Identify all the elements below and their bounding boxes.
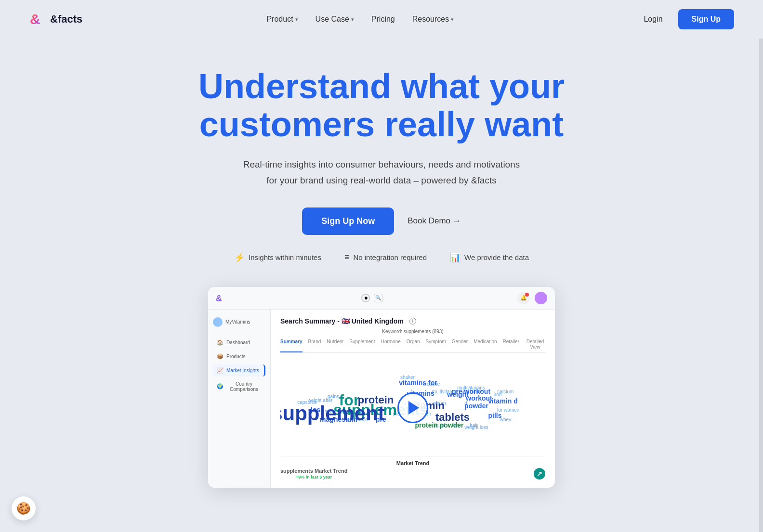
integration-icon: ≡: [344, 252, 350, 262]
notification-icon[interactable]: 🔔: [517, 292, 530, 304]
notification-badge: [525, 293, 529, 297]
word-cloud-word: powder: [464, 402, 488, 410]
word-cloud: weight aftermultivitaminmultivitaminsgai…: [280, 360, 545, 456]
chevron-down-icon: ▾: [351, 16, 354, 23]
hero-section: Understand what your customers really wa…: [0, 39, 763, 507]
signup-hero-button[interactable]: Sign Up Now: [302, 208, 394, 235]
play-triangle-icon: [408, 401, 419, 415]
cookie-banner[interactable]: 🍪: [12, 496, 36, 520]
dash-topbar-center: ⏺ 🔍: [361, 294, 382, 302]
market-trend-stat: +9% in last 5 year: [280, 475, 347, 480]
products-icon: 📦: [217, 353, 224, 360]
tab-hormone[interactable]: Hormone: [381, 339, 401, 352]
nav-pricing[interactable]: Pricing: [371, 15, 395, 24]
word-cloud-word: vitamin d: [488, 397, 517, 405]
tab-brand[interactable]: Brand: [308, 339, 321, 352]
content-header: Search Summary - 🇬🇧 United Kingdom i: [280, 317, 545, 325]
feature-data: 📊 We provide the data: [450, 252, 529, 263]
sidebar-user-avatar: [213, 317, 223, 327]
market-trend-label: Market Trend: [280, 460, 545, 466]
market-trend-expand-button[interactable]: ↗: [534, 468, 545, 480]
signup-nav-button[interactable]: Sign Up: [678, 9, 734, 29]
logo[interactable]: & &facts: [29, 11, 82, 28]
nav-product[interactable]: Product ▾: [266, 15, 298, 24]
market-trend-section: Market Trend supplements Market Trend +9…: [280, 456, 545, 481]
dashboard-preview: & ⏺ 🔍 🔔 MyVitamins: [208, 287, 555, 488]
tab-gender[interactable]: Gender: [452, 339, 468, 352]
dashboard-logo-icon: &: [216, 293, 226, 303]
keyword-label: Keyword: supplements (893): [280, 329, 545, 334]
word-cloud-word: vitamins for: [399, 379, 437, 387]
nav-links: Product ▾ Use Case ▾ Pricing Resources ▾: [266, 15, 454, 24]
search-summary-title: Search Summary - 🇬🇧 United Kingdom: [280, 317, 404, 325]
word-cloud-word: gains: [328, 393, 339, 399]
word-cloud-word: workout: [466, 394, 492, 402]
nav-actions: Login Sign Up: [638, 9, 734, 29]
chart-icon: 📊: [450, 252, 460, 263]
tab-medication[interactable]: Medication: [474, 339, 497, 352]
dashboard-topbar-icons: 🔔: [517, 292, 547, 304]
country-icon: 🌍: [217, 383, 224, 389]
hero-features: ⚡ Insights within minutes ≡ No integrati…: [10, 252, 753, 263]
sidebar-item-dashboard[interactable]: 🏠 Dashboard: [213, 337, 265, 349]
sidebar-user-row: MyVitamins: [213, 317, 265, 327]
logo-icon: &: [29, 11, 46, 28]
dashboard-sidebar: MyVitamins 🏠 Dashboard 📦 Products 📈 Mark…: [208, 310, 271, 488]
search-icon[interactable]: 🔍: [374, 294, 382, 302]
hero-buttons: Sign Up Now Book Demo →: [10, 208, 753, 235]
dashboard-topbar: & ⏺ 🔍 🔔: [208, 287, 555, 310]
cookie-icon: 🍪: [16, 502, 31, 515]
dashboard-body: MyVitamins 🏠 Dashboard 📦 Products 📈 Mark…: [208, 310, 555, 488]
tab-nutrient[interactable]: Nutrient: [327, 339, 343, 352]
word-cloud-word: tablets: [435, 411, 470, 424]
chevron-down-icon: ▾: [451, 16, 454, 23]
svg-text:&: &: [30, 11, 40, 27]
record-icon: ⏺: [361, 294, 370, 302]
word-cloud-word: weight: [447, 390, 468, 398]
info-icon[interactable]: i: [409, 318, 416, 324]
market-trend-title: supplements Market Trend: [280, 468, 347, 474]
login-button[interactable]: Login: [638, 11, 668, 27]
dashboard-icon: 🏠: [217, 339, 224, 346]
market-trend-info: supplements Market Trend +9% in last 5 y…: [280, 468, 347, 480]
sidebar-item-country-comparisons[interactable]: 🌍 Country Comparisons: [213, 378, 265, 395]
tab-summary[interactable]: Summary: [280, 339, 303, 352]
sidebar-item-products[interactable]: 📦 Products: [213, 350, 265, 363]
market-insights-icon: 📈: [217, 367, 224, 374]
navbar: & &facts Product ▾ Use Case ▾ Pricing Re…: [0, 0, 763, 39]
tab-supplement[interactable]: Supplement: [349, 339, 375, 352]
word-cloud-word: supplement: [280, 402, 385, 425]
hero-subtitle: Real-time insights into consumer behavio…: [242, 157, 521, 188]
scrollbar[interactable]: [759, 0, 763, 532]
feature-insights: ⚡ Insights within minutes: [234, 252, 321, 263]
dashboard-main-content: Search Summary - 🇬🇧 United Kingdom i Key…: [271, 310, 555, 488]
nav-usecase[interactable]: Use Case ▾: [316, 15, 354, 24]
tab-organ[interactable]: Organ: [407, 339, 420, 352]
tab-symptom[interactable]: Symptom: [426, 339, 446, 352]
word-cloud-word: pills: [488, 412, 501, 419]
tab-detailed-view[interactable]: Detailed View: [525, 339, 545, 352]
dashboard-tabs: Summary Brand Nutrient Supplement Hormon…: [280, 339, 545, 353]
tab-retailer[interactable]: Retailer: [503, 339, 519, 352]
nav-resources[interactable]: Resources ▾: [412, 15, 454, 24]
chevron-down-icon: ▾: [295, 16, 298, 23]
play-button[interactable]: [397, 392, 428, 423]
word-cloud-word: hair: [470, 422, 478, 428]
lightning-icon: ⚡: [234, 252, 245, 263]
sidebar-item-market-insights[interactable]: 📈 Market Insights: [213, 364, 265, 376]
hero-title: Understand what your customers really wa…: [194, 67, 569, 143]
user-avatar: [535, 292, 547, 304]
book-demo-button[interactable]: Book Demo →: [408, 216, 461, 226]
feature-integration: ≡ No integration required: [344, 252, 427, 262]
sidebar-username: MyVitamins: [225, 319, 250, 324]
svg-text:&: &: [216, 294, 222, 303]
brand-name: &facts: [50, 13, 82, 26]
uk-flag-icon: 🇬🇧: [342, 317, 350, 325]
market-trend-row: supplements Market Trend +9% in last 5 y…: [280, 468, 545, 480]
word-cloud-word: calcium: [498, 389, 514, 394]
